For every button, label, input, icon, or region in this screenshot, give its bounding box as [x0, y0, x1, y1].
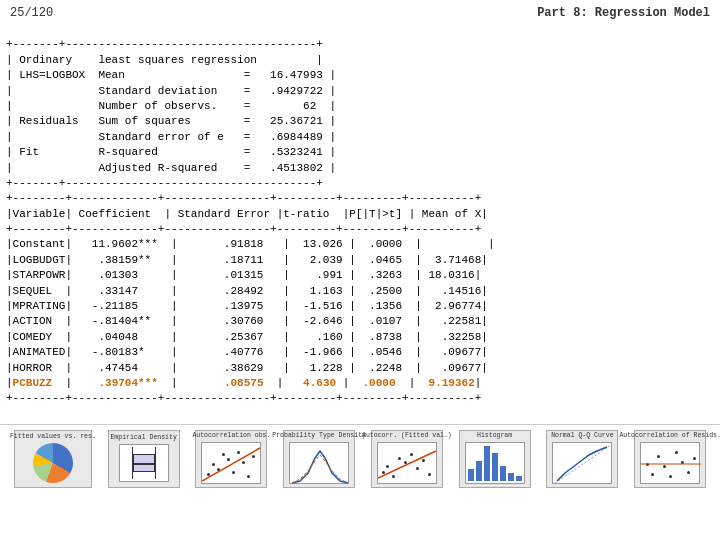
page-title: Part 8: Regression Model	[537, 6, 710, 20]
row-mprating: |MPRATING| -.21185 | .13975 | -1.516 | .…	[6, 300, 488, 312]
chart-fitted-pie: Fitted values vs. res.	[14, 430, 92, 488]
chart-5-title: Autocorr. (Fitted val.)	[362, 432, 452, 439]
row-action: |ACTION | -.81404** | .30760 | -2.646 | …	[6, 315, 488, 327]
bottom-charts-row: Fitted values vs. res. Empirical Density…	[0, 424, 720, 492]
chart-4-title: Probability Type Density	[272, 432, 366, 439]
row-starpowr: |STARPOWR| .01303 | .01315 | .991 | .326…	[6, 269, 481, 281]
chart-6-title: Histogram	[477, 432, 512, 439]
table-border-top: +--------+-------------+----------------…	[6, 192, 481, 204]
row-sd: | Standard deviation = .9429722 |	[6, 85, 336, 97]
bar-2	[476, 461, 482, 481]
chart-autocorr-obs: Autocorrelation obs.	[195, 430, 267, 488]
row-adjr2: | Adjusted R-squared = .4513802 |	[6, 162, 336, 174]
bar-3	[484, 446, 490, 481]
bar-6	[508, 473, 514, 481]
bar-1	[468, 469, 474, 481]
row-sequel: |SEQUEL | .33147 | .28492 | 1.163 | .250…	[6, 285, 488, 297]
scatter-3	[201, 442, 261, 484]
svg-line-2	[555, 445, 611, 483]
chart-autocorr-resids: Autocorrelation of Resids.	[634, 430, 706, 488]
scatter-5	[377, 442, 437, 484]
row-constant: |Constant| 11.9602*** | .91818 | 13.026 …	[6, 238, 494, 250]
boxplot-box	[133, 454, 155, 472]
table-border-mid: +--------+-------------+----------------…	[6, 223, 481, 235]
regression-output: +-------+-------------------------------…	[0, 22, 720, 422]
chart-normal-qq: Normal Q-Q Curve	[546, 430, 618, 488]
row-logbudgt: |LOGBUDGT| .38159** | .18711 | 2.039 | .…	[6, 254, 488, 266]
table-header: |Variable| Coefficient | Standard Error …	[6, 208, 488, 220]
trend-line-5	[378, 443, 438, 485]
chart-empirical-density: Empirical Density	[108, 430, 180, 488]
chart-autocorr-fitted: Autocorr. (Fitted val.)	[371, 430, 443, 488]
chart-histogram: Histogram	[459, 430, 531, 488]
svg-line-1	[378, 451, 436, 478]
row-se: | Standard error of e = .6984489 |	[6, 131, 336, 143]
line-area-4	[289, 442, 349, 484]
row-resid: | Residuals Sum of squares = 25.36721 |	[6, 115, 336, 127]
trend-line-3	[202, 443, 262, 485]
row-horror: |HORROR | .47454 | .38629 | 1.228 | .224…	[6, 362, 488, 374]
slide-number: 25/120	[10, 6, 53, 20]
chart-7-title: Normal Q-Q Curve	[551, 432, 613, 439]
boxplot-median	[134, 463, 154, 465]
bar-area-6	[465, 442, 525, 484]
bar-5	[500, 466, 506, 481]
bar-7	[516, 476, 522, 481]
row-nobs: | Number of observs. = 62 |	[6, 100, 336, 112]
border-line-2: +-------+-------------------------------…	[6, 177, 323, 189]
row-fit: | Fit R-squared = .5323241 |	[6, 146, 336, 158]
svg-line-0	[202, 448, 260, 481]
row-ordinary: | Ordinary least squares regression |	[6, 54, 323, 66]
chart-prob-density: Probability Type Density	[283, 430, 355, 488]
chart-8-title: Autocorrelation of Resids.	[619, 432, 720, 439]
ordinary-label: Ordinary	[19, 54, 72, 66]
row-lhs: | LHS=LOGBOX Mean = 16.47993 |	[6, 69, 336, 81]
pie-chart-visual	[33, 443, 73, 483]
hline-8	[641, 443, 701, 485]
box-plot-area	[119, 444, 169, 482]
bar-4	[492, 453, 498, 481]
chart-3-title: Autocorrelation obs.	[192, 432, 270, 439]
row-pcbuzz: |PCBUZZ | .39704*** | .08575 | 4.630 | .…	[6, 377, 481, 389]
border-line: +-------+-------------------------------…	[6, 38, 323, 50]
chart-1-title: Fitted values vs. res.	[10, 433, 96, 440]
line-area-7	[552, 442, 612, 484]
row-comedy: |COMEDY | .04048 | .25367 | .160 | .8738…	[6, 331, 488, 343]
chart-2-title: Empirical Density	[110, 434, 176, 441]
table-border-bot: +--------+-------------+----------------…	[6, 392, 481, 404]
row-animated: |ANIMATED| -.80183* | .40776 | -1.966 | …	[6, 346, 488, 358]
density-curve	[290, 443, 350, 485]
scatter-8	[640, 442, 700, 484]
qq-curve	[553, 443, 613, 485]
